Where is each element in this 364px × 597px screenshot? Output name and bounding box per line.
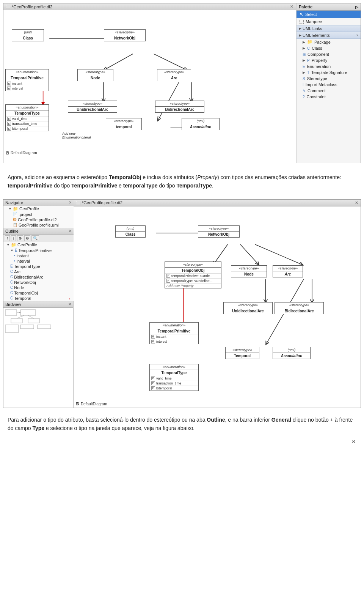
constraint-icon: ?: [303, 95, 305, 99]
uml-elements-section[interactable]: ▶ UML Elements »: [297, 32, 361, 39]
node-stereotype: «stereotype»: [78, 69, 113, 75]
tt-item-3: Ebitemporal: [6, 126, 49, 131]
outline-temporalobj[interactable]: C TemporalObj: [3, 290, 74, 296]
uml-elements-expand-icon[interactable]: »: [356, 33, 358, 37]
bidirectional-arc-box[interactable]: «stereotype» BidirectionalArc: [155, 101, 204, 113]
outline-ba[interactable]: C BidirectionalArc: [3, 274, 74, 280]
outline-temporaltype[interactable]: E TemporalType: [3, 264, 74, 269]
s2-tt-item-3: Ebitemporal: [150, 386, 198, 391]
second-diagram-close[interactable]: ✕: [355, 200, 358, 205]
s2-tt-box[interactable]: «enumeration» TemporalType Evalid_time E…: [149, 364, 199, 391]
top-diagram-canvas[interactable]: (uml) Class «stereotype» NetworkObj «enu…: [3, 10, 296, 156]
outline-networkobj[interactable]: C NetworkObj: [3, 280, 74, 285]
outline-arc[interactable]: C Arc: [3, 269, 74, 274]
s2-tp-box[interactable]: «enumeration» TemporalPrimitive Einstant…: [149, 322, 199, 344]
uml-links-section[interactable]: ▶ UML Links: [297, 25, 361, 32]
second-diagram-tab-icon: ⬜: [76, 201, 80, 205]
s2-nw-hdr: «stereotype»: [198, 226, 239, 232]
palette-comment-item[interactable]: ✎ Comment: [297, 88, 361, 94]
uml-elements-arrow: ▶: [299, 33, 301, 37]
nav-uml[interactable]: 📋 GeoProfile.profile.uml: [3, 222, 74, 228]
navigator-close[interactable]: ✕: [69, 200, 72, 205]
s2-tp-title: TemporalPrimitive: [150, 328, 198, 334]
nav-file-icon-1: 📄: [13, 212, 17, 216]
s2-assoc-box[interactable]: (uml) Association: [273, 347, 311, 359]
outline-red-arrow-row: C Temporal ←: [3, 296, 74, 301]
outline-btn-3[interactable]: ⊕: [17, 235, 23, 241]
temporal-box[interactable]: «stereotype» temporal: [106, 118, 142, 130]
palette-expand-icon[interactable]: ▷: [355, 5, 358, 9]
association-box[interactable]: (uml) Association: [182, 118, 220, 130]
arc-box[interactable]: «stereotype» Arc: [157, 69, 191, 81]
node-box[interactable]: «stereotype» Node: [77, 69, 113, 81]
birdview-title: Birdview: [5, 302, 21, 307]
outline-interval[interactable]: • interval: [3, 258, 74, 264]
uml-class-box[interactable]: (uml) Class: [12, 29, 44, 41]
s2-ba-box[interactable]: «stereotype» BidirectionalArc: [275, 302, 324, 314]
nav-expand-0: ▼: [8, 207, 12, 211]
palette-stereotype-item[interactable]: S Stereotype: [297, 76, 361, 82]
nav-geoprofle[interactable]: ▼ 📁 GeoProfile: [3, 206, 74, 212]
s2-networkobj-box[interactable]: «stereotype» NetworkObj: [198, 225, 240, 238]
networkobj-box[interactable]: «stereotype» NetworkObj: [104, 29, 146, 41]
s2-add-new-property[interactable]: Add new Property: [165, 283, 221, 288]
outline-instant[interactable]: • instant: [3, 253, 74, 258]
second-diagram-canvas[interactable]: (uml) Class «stereotype» NetworkObj «ste…: [74, 206, 361, 408]
outline-temporal[interactable]: C Temporal: [3, 296, 74, 301]
arc-stereotype: «stereotype»: [157, 69, 191, 75]
temporal-primitive-box[interactable]: «enumeration» TemporalPrimitive Einstant…: [5, 69, 49, 91]
outline-title: Outline: [5, 229, 19, 233]
palette-package-item[interactable]: ▶ 📁 Package: [297, 39, 361, 45]
s2-node-box[interactable]: «stereotype» Node: [231, 265, 267, 277]
outline-node[interactable]: C Node: [3, 285, 74, 290]
outline-btn-4[interactable]: ⊖: [24, 235, 30, 241]
comment-icon: ✎: [303, 89, 306, 93]
template-icon: T: [307, 71, 309, 75]
component-icon: ⊞: [303, 52, 306, 57]
svg-rect-12: [28, 318, 39, 323]
s2-ua-box[interactable]: «stereotype» UnidirectionalArc: [223, 302, 273, 314]
outline-btn-5[interactable]: 🔍: [31, 235, 39, 241]
svg-line-17: [17, 315, 24, 318]
palette-enum-item[interactable]: E Enumeration: [297, 63, 361, 69]
temporal-type-box[interactable]: «enumeration» TemporalType Evalid_time E…: [5, 104, 49, 131]
arc-title: Arc: [157, 75, 191, 81]
s2-temporal-box[interactable]: «stereotype» Temporal: [225, 347, 259, 359]
outline-temporalprimitive[interactable]: ▼ E TemporalPrimitive: [3, 248, 74, 253]
unidirectional-arc-box[interactable]: «stereotype» UnidirectionalArc: [68, 101, 117, 113]
birdview-canvas[interactable]: [3, 308, 73, 338]
palette-property-item[interactable]: ▶ P Property: [297, 57, 361, 63]
birdview-svg: [3, 308, 73, 338]
outline-close[interactable]: ✕: [69, 229, 72, 233]
assoc-title: Association: [182, 124, 219, 130]
palette-component-item[interactable]: ⊞ Component: [297, 51, 361, 57]
palette-template-item[interactable]: ▶ T Template Signature: [297, 69, 361, 76]
birdview-close[interactable]: ✕: [68, 302, 71, 306]
outline-tt-icon: E: [10, 264, 13, 268]
palette-constraint-item[interactable]: ? Constraint: [297, 94, 361, 100]
red-arrow-indicator: ←: [68, 296, 73, 301]
nav-project[interactable]: 📄 .project: [3, 212, 74, 217]
palette-marquee-item[interactable]: Marquee: [297, 18, 361, 25]
s2-temporalobj-box[interactable]: «stereotype» TemporalObj PtemporalPrimit…: [165, 261, 221, 288]
s2-assoc-title: Association: [273, 353, 310, 359]
s2-tt-item-2: Etransaction_time: [150, 381, 198, 386]
ua-title: UnidirectionalArc: [68, 107, 117, 112]
s2-uml-class-box[interactable]: (uml) Class: [115, 225, 146, 238]
palette-select-item[interactable]: ↖ Select: [297, 11, 361, 18]
top-diagram-bottom: 🖼 DefaultDiagram: [6, 151, 37, 155]
nav-di2[interactable]: 🖼 GeoProfile.profile.di2: [3, 217, 74, 222]
text-italic-property: Property: [197, 174, 217, 180]
tp-title: TemporalPrimitive: [6, 75, 49, 81]
tt-item-1: Evalid_time: [6, 116, 49, 121]
outline-geoprofle[interactable]: ▼ 📁 GeoProfile: [3, 242, 74, 248]
s2-arc-title: Arc: [273, 271, 303, 277]
top-diagram-close[interactable]: ✕: [290, 4, 293, 9]
uml-class-stereotype: (uml): [12, 30, 44, 35]
s2-arc-box[interactable]: «stereotype» Arc: [273, 265, 303, 277]
svg-rect-15: [38, 325, 51, 329]
outline-btn-2[interactable]: ↓: [11, 235, 16, 241]
palette-import-item[interactable]: I Import Metaclass: [297, 82, 361, 88]
palette-class-item[interactable]: ▶ C Class: [297, 45, 361, 51]
outline-btn-1[interactable]: ↑: [5, 235, 10, 241]
